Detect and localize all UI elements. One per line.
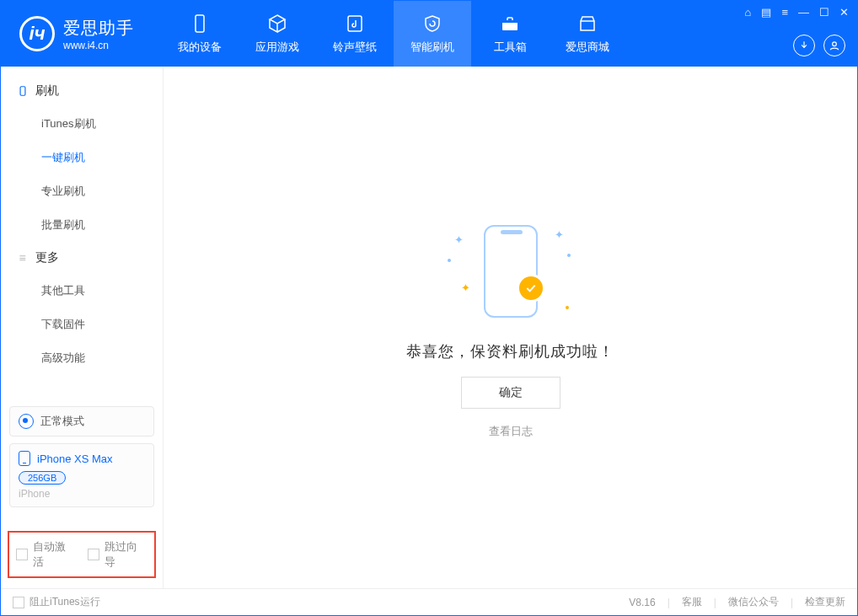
separator: | <box>791 597 793 608</box>
sidebar-item-other-tools[interactable]: 其他工具 <box>1 274 163 308</box>
briefcase-icon <box>499 13 521 35</box>
profile-button[interactable] <box>823 35 845 56</box>
menu-icon[interactable]: ≡ <box>781 6 788 19</box>
nav-label: 铃声壁纸 <box>333 40 377 55</box>
svg-point-4 <box>833 42 837 46</box>
storage-badge: 256GB <box>19 471 66 485</box>
user-controls <box>793 35 845 56</box>
checkbox-skip-guide[interactable]: 跳过向导 <box>88 539 147 570</box>
device-panel[interactable]: iPhone XS Max 256GB iPhone <box>9 443 154 507</box>
checkbox-label: 跳过向导 <box>105 539 147 570</box>
header-right: ⌂ ▤ ≡ — ☐ ✕ <box>737 1 857 67</box>
ok-button[interactable]: 确定 <box>461 377 560 409</box>
checkbox-label: 阻止iTunes运行 <box>29 595 100 609</box>
list-icon: ≡ <box>16 252 29 265</box>
device-type: iPhone <box>19 488 145 500</box>
sidebar-scroll: 刷机 iTunes刷机 一键刷机 专业刷机 批量刷机 ≡ 更多 其他工具 下载固… <box>1 67 163 399</box>
logo: iч 爱思助手 www.i4.cn <box>1 1 161 67</box>
body: 刷机 iTunes刷机 一键刷机 专业刷机 批量刷机 ≡ 更多 其他工具 下载固… <box>1 67 857 588</box>
dot-icon <box>567 254 571 257</box>
support-link[interactable]: 客服 <box>682 595 702 609</box>
device-panels: 正常模式 iPhone XS Max 256GB iPhone <box>1 399 163 507</box>
phone-icon <box>189 13 211 35</box>
checkbox-block-itunes[interactable]: 阻止iTunes运行 <box>13 595 100 609</box>
sidebar-section-more: ≡ 更多 <box>1 242 163 274</box>
header: iч 爱思助手 www.i4.cn 我的设备 应用游戏 铃声壁纸 智能刷机 <box>1 1 857 67</box>
options-highlight: 自动激活 跳过向导 <box>8 531 156 578</box>
app-url: www.i4.cn <box>63 40 134 51</box>
sparkle-icon: ✦ <box>555 228 564 241</box>
section-title: 更多 <box>35 250 59 265</box>
svg-rect-1 <box>348 16 362 31</box>
sidebar-section-flash: 刷机 <box>1 75 163 107</box>
dot-icon <box>448 259 451 262</box>
minimize-button[interactable]: — <box>798 6 809 19</box>
nav-label: 应用游戏 <box>255 40 299 55</box>
store-icon <box>576 13 598 35</box>
footer-left: 阻止iTunes运行 <box>13 595 100 609</box>
close-button[interactable]: ✕ <box>839 6 849 19</box>
nav-ringtones-wallpapers[interactable]: 铃声壁纸 <box>316 1 394 67</box>
check-badge-icon <box>517 274 545 303</box>
device-name: iPhone XS Max <box>37 453 113 465</box>
sidebar-item-advanced[interactable]: 高级功能 <box>1 341 163 375</box>
cube-icon <box>266 13 288 35</box>
separator: | <box>714 597 716 608</box>
logo-icon: iч <box>19 16 55 51</box>
sidebar-item-oneclick-flash[interactable]: 一键刷机 <box>1 141 163 174</box>
nav-label: 我的设备 <box>178 40 222 55</box>
phone-icon <box>19 451 30 466</box>
note-icon[interactable]: ▤ <box>761 6 771 19</box>
footer-right: V8.16 | 客服 | 微信公众号 | 检查更新 <box>629 595 845 609</box>
music-note-icon <box>344 13 366 35</box>
sparkle-icon: ✦ <box>461 281 470 294</box>
checkbox-icon <box>13 597 24 608</box>
nav-apps-games[interactable]: 应用游戏 <box>239 1 316 67</box>
maximize-button[interactable]: ☐ <box>819 6 829 19</box>
sidebar-item-pro-flash[interactable]: 专业刷机 <box>1 174 163 208</box>
device-icon <box>16 85 29 98</box>
footer: 阻止iTunes运行 V8.16 | 客服 | 微信公众号 | 检查更新 <box>1 588 857 615</box>
mode-panel[interactable]: 正常模式 <box>9 406 154 437</box>
mode-icon <box>19 414 34 429</box>
nav-my-device[interactable]: 我的设备 <box>161 1 239 67</box>
refresh-shield-icon <box>421 13 443 35</box>
checkbox-icon <box>88 549 99 560</box>
nav-label: 爱思商城 <box>566 40 609 55</box>
version-label: V8.16 <box>629 597 655 608</box>
check-update-link[interactable]: 检查更新 <box>805 595 845 609</box>
nav-smart-flash[interactable]: 智能刷机 <box>394 1 471 67</box>
nav-label: 工具箱 <box>494 40 527 55</box>
phone-illustration-icon <box>484 225 538 318</box>
checkbox-icon <box>16 549 28 560</box>
app-title: 爱思助手 <box>63 17 134 40</box>
success-illustration: ✦ ✦ ✦ <box>439 217 582 326</box>
nav-store[interactable]: 爱思商城 <box>549 1 626 67</box>
mode-label: 正常模式 <box>40 414 84 429</box>
checkbox-label: 自动激活 <box>33 539 76 570</box>
separator: | <box>668 597 670 608</box>
svg-rect-0 <box>196 15 204 32</box>
svg-rect-3 <box>502 20 517 23</box>
window-controls: ⌂ ▤ ≡ — ☐ ✕ <box>745 6 849 19</box>
checkbox-auto-activate[interactable]: 自动激活 <box>16 539 76 570</box>
svg-rect-5 <box>20 87 25 96</box>
shirt-icon[interactable]: ⌂ <box>745 6 752 19</box>
wechat-link[interactable]: 微信公众号 <box>728 595 779 609</box>
nav: 我的设备 应用游戏 铃声壁纸 智能刷机 工具箱 爱思商城 <box>161 1 626 67</box>
sparkle-icon: ✦ <box>454 233 464 246</box>
main-content: ✦ ✦ ✦ 恭喜您，保资料刷机成功啦！ 确定 查看日志 <box>164 67 857 588</box>
section-title: 刷机 <box>35 83 59 99</box>
sidebar-item-batch-flash[interactable]: 批量刷机 <box>1 208 163 242</box>
device-row: iPhone XS Max <box>19 451 145 466</box>
download-button[interactable] <box>793 35 815 56</box>
sidebar-item-itunes-flash[interactable]: iTunes刷机 <box>1 107 163 141</box>
sidebar-item-download-firmware[interactable]: 下载固件 <box>1 308 163 341</box>
nav-label: 智能刷机 <box>410 40 454 55</box>
app-window: iч 爱思助手 www.i4.cn 我的设备 应用游戏 铃声壁纸 智能刷机 <box>0 0 858 616</box>
success-message: 恭喜您，保资料刷机成功啦！ <box>406 341 614 362</box>
view-log-link[interactable]: 查看日志 <box>489 424 533 439</box>
nav-toolbox[interactable]: 工具箱 <box>471 1 549 67</box>
sidebar: 刷机 iTunes刷机 一键刷机 专业刷机 批量刷机 ≡ 更多 其他工具 下载固… <box>1 67 164 588</box>
dot-icon <box>566 306 569 309</box>
